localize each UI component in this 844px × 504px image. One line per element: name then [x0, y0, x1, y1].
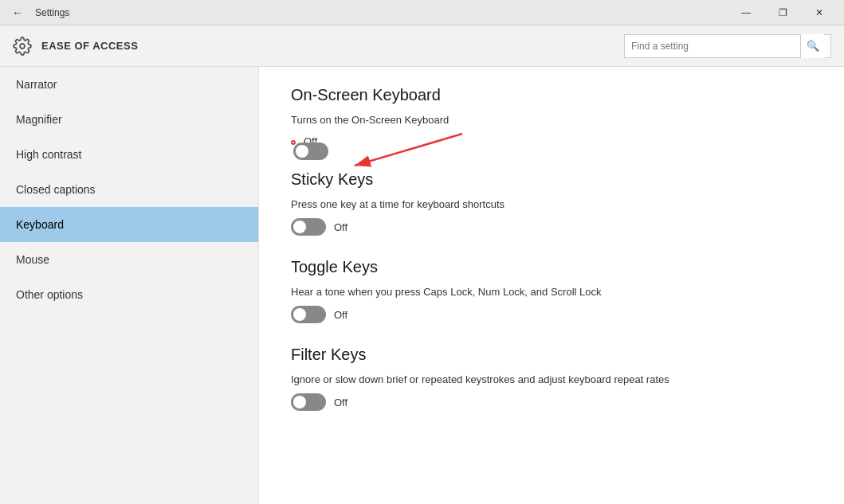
toggle-knob-filterkeys	[293, 396, 306, 408]
toggle-keys-section: Toggle Keys Hear a tone when you press C…	[291, 258, 812, 323]
svg-point-0	[20, 44, 25, 49]
on-screen-keyboard-section: On-Screen Keyboard Turns on the On-Scree…	[291, 86, 812, 148]
search-input[interactable]	[625, 37, 800, 55]
minimize-button[interactable]: —	[728, 0, 764, 25]
filter-keys-title: Filter Keys	[291, 346, 812, 364]
sidebar-item-narrator-label: Narrator	[16, 78, 57, 91]
sidebar-item-keyboard[interactable]: Keyboard	[0, 207, 258, 242]
on-screen-keyboard-toggle-row: Off	[291, 134, 812, 148]
toggle-knob-sticky	[293, 221, 306, 233]
title-bar-controls: — ❐ ✕	[728, 0, 838, 25]
sidebar: Narrator Magnifier High contrast Closed …	[0, 67, 259, 504]
sidebar-item-mouse-label: Mouse	[16, 253, 49, 266]
toggle-highlight-box	[291, 140, 296, 145]
toggle-knob	[296, 145, 308, 158]
toggle-keys-toggle-label: Off	[334, 309, 347, 321]
filter-keys-toggle-row: Off	[291, 393, 812, 411]
window-title: Settings	[35, 7, 69, 18]
app-title: EASE OF ACCESS	[41, 40, 138, 52]
sidebar-item-magnifier[interactable]: Magnifier	[0, 102, 258, 137]
sidebar-item-magnifier-label: Magnifier	[16, 113, 62, 126]
sidebar-item-other-options-label: Other options	[16, 288, 83, 301]
toggle-keys-toggle-row: Off	[291, 306, 812, 323]
filter-keys-toggle-label: Off	[334, 397, 347, 408]
sidebar-item-closed-captions[interactable]: Closed captions	[0, 172, 258, 207]
app-header: EASE OF ACCESS 🔍	[0, 25, 844, 67]
svg-line-2	[355, 134, 462, 166]
toggle-track	[293, 143, 328, 160]
filter-keys-desc: Ignore or slow down brief or repeated ke…	[291, 373, 812, 385]
filter-keys-toggle[interactable]	[291, 393, 326, 411]
search-icon[interactable]: 🔍	[800, 34, 824, 58]
toggle-track-togglekeys	[291, 306, 326, 323]
on-screen-keyboard-title: On-Screen Keyboard	[291, 86, 812, 104]
gear-icon	[13, 37, 32, 56]
sidebar-item-high-contrast-label: High contrast	[16, 148, 81, 161]
on-screen-keyboard-desc: Turns on the On-Screen Keyboard	[291, 114, 812, 126]
toggle-knob-togglekeys	[293, 308, 306, 321]
sticky-keys-title: Sticky Keys	[291, 170, 812, 189]
toggle-keys-desc: Hear a tone when you press Caps Lock, Nu…	[291, 286, 812, 298]
main-layout: Narrator Magnifier High contrast Closed …	[0, 67, 844, 504]
sticky-keys-toggle-row: Off	[291, 218, 812, 236]
back-button[interactable]: ←	[6, 2, 29, 24]
sidebar-item-narrator[interactable]: Narrator	[0, 67, 258, 102]
sticky-keys-toggle[interactable]	[291, 218, 326, 236]
sticky-keys-toggle-label: Off	[334, 221, 347, 233]
sidebar-item-keyboard-label: Keyboard	[16, 218, 64, 231]
sidebar-item-high-contrast[interactable]: High contrast	[0, 137, 258, 172]
toggle-track-sticky	[291, 218, 326, 236]
filter-keys-section: Filter Keys Ignore or slow down brief or…	[291, 346, 812, 411]
sticky-keys-desc: Press one key at a time for keyboard sho…	[291, 198, 812, 210]
annotation-container	[291, 134, 296, 148]
sidebar-item-other-options[interactable]: Other options	[0, 277, 258, 312]
maximize-button[interactable]: ❐	[764, 0, 801, 25]
title-bar-left: ← Settings	[6, 2, 69, 24]
sticky-keys-section: Sticky Keys Press one key at a time for …	[291, 170, 812, 236]
sidebar-item-mouse[interactable]: Mouse	[0, 242, 258, 277]
toggle-keys-title: Toggle Keys	[291, 258, 812, 276]
close-button[interactable]: ✕	[801, 0, 838, 25]
toggle-track-filterkeys	[291, 393, 326, 411]
toggle-keys-toggle[interactable]	[291, 306, 326, 323]
title-bar: ← Settings — ❐ ✕	[0, 0, 844, 25]
app-header-left: EASE OF ACCESS	[13, 37, 138, 56]
content-panel: On-Screen Keyboard Turns on the On-Scree…	[259, 67, 844, 504]
search-box: 🔍	[624, 34, 831, 58]
sidebar-item-closed-captions-label: Closed captions	[16, 183, 96, 196]
